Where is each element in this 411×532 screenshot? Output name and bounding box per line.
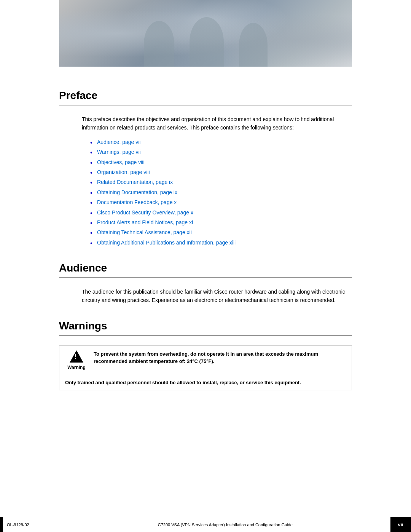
- list-item: Organization, page viii: [97, 168, 352, 176]
- warning-icon-area: Warning: [65, 350, 88, 370]
- toc-link-doc-feedback[interactable]: Documentation Feedback, page x: [97, 199, 177, 205]
- toc-link-related-doc[interactable]: Related Documentation, page ix: [97, 179, 173, 185]
- warning-box: Warning To prevent the system from overh…: [59, 345, 352, 391]
- warnings-divider: [59, 335, 352, 336]
- figure-silhouette-1: [144, 21, 174, 67]
- list-item: Obtaining Additional Publications and In…: [97, 238, 352, 247]
- figure-silhouette-3: [239, 23, 268, 67]
- warnings-title: Warnings: [59, 320, 352, 332]
- warning-primary-text: To prevent the system from overheating, …: [94, 350, 346, 365]
- list-item: Objectives, page viii: [97, 158, 352, 166]
- toc-link-obtaining-doc[interactable]: Obtaining Documentation, page ix: [97, 189, 177, 195]
- preface-divider: [59, 105, 352, 105]
- audience-title: Audience: [59, 262, 352, 274]
- header-image: [59, 0, 352, 67]
- audience-divider: [59, 277, 352, 278]
- warning-secondary-text: Only trained and qualified personnel sho…: [59, 375, 352, 390]
- toc-link-additional-pub[interactable]: Obtaining Additional Publications and In…: [97, 240, 236, 246]
- list-item: Audience, page vii: [97, 138, 352, 146]
- list-item: Product Alerts and Field Notices, page x…: [97, 218, 352, 227]
- footer-doc-title: C7200 VSA (VPN Services Adapter) Install…: [60, 522, 390, 527]
- list-item: Cisco Product Security Overview, page x: [97, 208, 352, 217]
- toc-link-security-overview[interactable]: Cisco Product Security Overview, page x: [97, 209, 193, 216]
- figure-silhouette-2: [190, 17, 224, 67]
- preface-intro: This preface describes the objectives an…: [82, 115, 352, 132]
- warning-secondary-strong: Only trained and qualified personnel sho…: [65, 380, 301, 385]
- warning-box-inner: Warning To prevent the system from overh…: [59, 346, 352, 375]
- main-content: Preface This preface describes the objec…: [59, 67, 352, 427]
- audience-section: Audience The audience for this publicati…: [59, 262, 352, 305]
- toc-link-audience[interactable]: Audience, page vii: [97, 139, 140, 145]
- toc-link-tech-assistance[interactable]: Obtaining Technical Assistance, page xii: [97, 229, 192, 235]
- toc-list: Audience, page vii Warnings, page vii Ob…: [97, 138, 352, 247]
- preface-section: Preface This preface describes the objec…: [59, 89, 352, 247]
- list-item: Related Documentation, page ix: [97, 178, 352, 186]
- toc-link-organization[interactable]: Organization, page viii: [97, 169, 150, 175]
- page-footer: OL-9129-02 C7200 VSA (VPN Services Adapt…: [0, 517, 411, 532]
- list-item: Obtaining Documentation, page ix: [97, 188, 352, 197]
- toc-link-product-alerts[interactable]: Product Alerts and Field Notices, page x…: [97, 219, 193, 225]
- list-item: Obtaining Technical Assistance, page xii: [97, 228, 352, 236]
- warning-primary-strong: To prevent the system from overheating, …: [94, 351, 318, 364]
- warnings-section: Warnings Warning To prevent the system f…: [59, 320, 352, 391]
- footer-right: vii: [390, 517, 411, 532]
- footer-page-number: vii: [390, 517, 411, 532]
- toc-link-objectives[interactable]: Objectives, page viii: [97, 159, 145, 165]
- warning-triangle-icon: [70, 350, 83, 363]
- audience-text: The audience for this publication should…: [82, 288, 352, 305]
- preface-title: Preface: [59, 89, 352, 102]
- list-item: Documentation Feedback, page x: [97, 198, 352, 206]
- list-item: Warnings, page vii: [97, 148, 352, 156]
- header-figures: [59, 13, 352, 67]
- toc-link-warnings[interactable]: Warnings, page vii: [97, 149, 141, 155]
- warning-label: Warning: [67, 365, 86, 370]
- footer-left-bar: [0, 517, 3, 532]
- footer-ol-number: OL-9129-02: [3, 522, 60, 527]
